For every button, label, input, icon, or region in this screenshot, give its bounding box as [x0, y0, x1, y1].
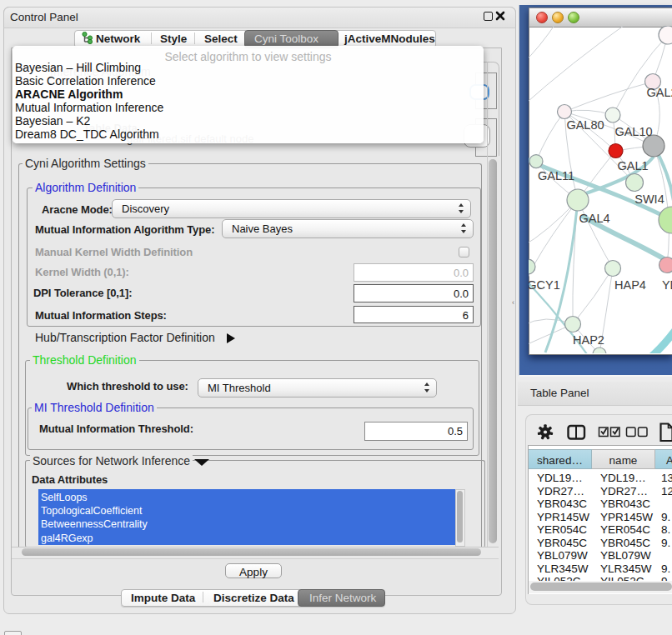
svg-text:YD: YD — [662, 278, 672, 292]
svg-text:GCY1: GCY1 — [529, 278, 560, 292]
svg-text:HAP2: HAP2 — [573, 333, 604, 347]
svg-text:SWI4: SWI4 — [634, 192, 664, 206]
svg-text:GAL4: GAL4 — [579, 212, 609, 225]
svg-text:GAL2: GAL2 — [646, 86, 672, 99]
svg-text:GAL11: GAL11 — [538, 169, 574, 182]
svg-text:GAL1: GAL1 — [617, 159, 648, 172]
svg-text:GAL80: GAL80 — [566, 118, 604, 132]
svg-text:HAP4: HAP4 — [614, 278, 646, 292]
svg-text:GAL10: GAL10 — [614, 125, 652, 138]
